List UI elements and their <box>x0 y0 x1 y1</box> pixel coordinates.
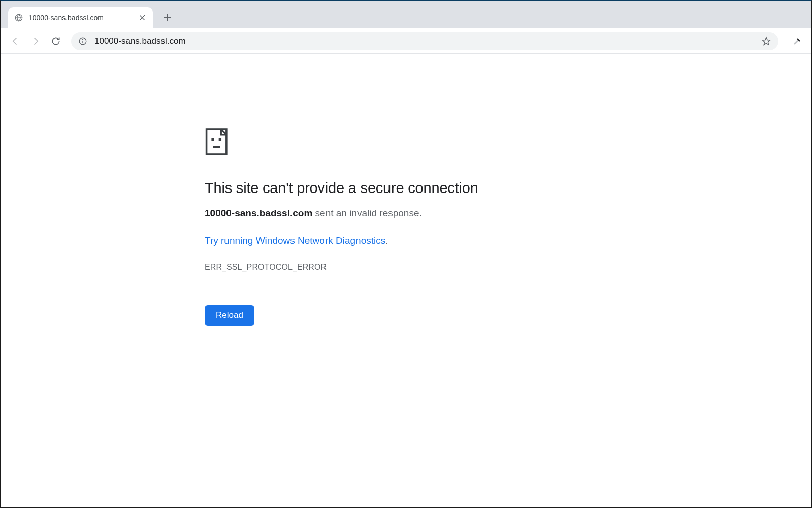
new-tab-button[interactable] <box>159 9 176 26</box>
error-block: This site can't provide a secure connect… <box>205 127 530 326</box>
extensions-area <box>785 33 806 50</box>
eyedropper-icon[interactable] <box>789 33 806 50</box>
error-link-row: Try running Windows Network Diagnostics. <box>205 235 530 246</box>
svg-rect-9 <box>211 138 214 141</box>
svg-rect-10 <box>219 138 221 141</box>
toolbar <box>1 28 811 54</box>
reload-page-button[interactable]: Reload <box>205 305 254 326</box>
site-info-icon[interactable] <box>78 37 87 46</box>
address-bar[interactable] <box>71 32 778 50</box>
forward-button[interactable] <box>26 32 45 50</box>
error-code: ERR_SSL_PROTOCOL_ERROR <box>205 263 530 272</box>
reload-button[interactable] <box>47 32 65 50</box>
error-host: 10000-sans.badssl.com <box>205 208 312 218</box>
back-button[interactable] <box>6 32 24 50</box>
svg-rect-11 <box>213 146 220 148</box>
tab-close-button[interactable] <box>138 13 147 22</box>
globe-icon <box>14 13 23 22</box>
error-link-suffix: . <box>385 235 388 246</box>
browser-tab[interactable]: 10000-sans.badssl.com <box>8 7 153 28</box>
tab-strip: 10000-sans.badssl.com <box>1 1 811 28</box>
page-content: This site can't provide a secure connect… <box>1 54 811 507</box>
tab-title: 10000-sans.badssl.com <box>28 14 138 22</box>
sad-page-icon <box>205 127 230 156</box>
error-message: 10000-sans.badssl.com sent an invalid re… <box>205 208 530 219</box>
url-input[interactable] <box>94 36 761 46</box>
bookmark-star-icon[interactable] <box>761 36 771 46</box>
error-message-suffix: sent an invalid response. <box>312 208 421 218</box>
svg-point-7 <box>83 39 83 40</box>
error-title: This site can't provide a secure connect… <box>205 180 530 197</box>
network-diagnostics-link[interactable]: Try running Windows Network Diagnostics <box>205 235 385 246</box>
